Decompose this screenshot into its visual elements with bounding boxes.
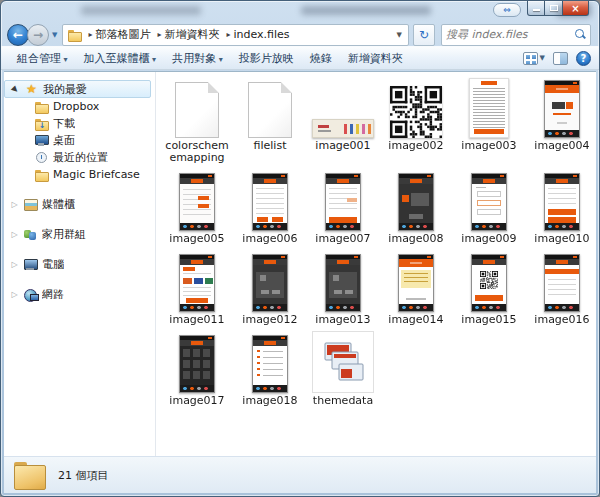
image-thumbnail [398,173,434,231]
desktop-icon [34,134,49,147]
close-button[interactable]: × [563,1,589,16]
file-item-themedata[interactable]: themedata [307,331,379,407]
breadcrumb-segment[interactable]: ▸部落格圖片 [85,26,152,43]
file-item-image008[interactable]: image008 [380,169,452,245]
downloads-folder-icon [34,117,49,130]
toolbar-right-group: ▼ ? [523,51,591,66]
homegroup-icon [23,228,38,241]
breadcrumb-separator-icon: ▸ [156,30,162,39]
toolbar-burn[interactable]: 燒錄 [302,48,340,69]
breadcrumb-label[interactable]: index.files [233,28,289,41]
maximize-button[interactable] [545,1,563,16]
expander-closed-icon[interactable]: ▷ [10,200,19,209]
forward-arrow-icon: → [33,28,43,42]
image-thumbnail [252,254,288,312]
change-view-button[interactable]: ▼ [523,52,545,65]
recent-pages-dropdown-icon[interactable]: ▼ [52,31,57,39]
main-area: ▶ ★ 我的最愛 Dropbox 下載 桌面 最近的位置 [4,71,596,456]
sidebar-item-dropbox[interactable]: Dropbox [4,98,155,115]
title-bar[interactable]: ⇔ × [1,1,599,23]
sidebar-item-libraries[interactable]: ▷ 媒體櫃 [4,196,155,213]
close-icon: × [571,3,579,14]
file-item-colorschememapping[interactable]: colorschememapping [161,76,233,164]
navigation-pane: ▶ ★ 我的最愛 Dropbox 下載 桌面 最近的位置 [4,72,156,456]
file-item-image013[interactable]: image013 [307,250,379,326]
minimize-button[interactable] [527,1,545,16]
views-icon [523,52,538,65]
file-item-image015[interactable]: image015 [453,250,525,326]
expander-closed-icon[interactable]: ▷ [10,290,19,299]
qr-code-thumbnail [390,86,442,138]
network-icon [23,288,38,301]
file-item-image003[interactable]: image003 [453,76,525,164]
file-item-image001[interactable]: image001 [307,76,379,164]
file-item-image005[interactable]: image005 [161,169,233,245]
image-thumbnail [544,254,580,312]
sidebar-item-recent-places[interactable]: 最近的位置 [4,149,155,166]
image-thumbnail [179,335,215,393]
minimize-icon [533,9,540,11]
expander-closed-icon[interactable]: ▷ [10,230,19,239]
glass-blur-decoration [81,6,201,15]
file-item-image012[interactable]: image012 [234,250,306,326]
cascading-windows-icon [322,342,364,382]
qr-code-mini [480,271,498,289]
favorites-star-icon: ★ [24,83,39,96]
theme-file-icon [312,331,374,393]
file-item-image011[interactable]: image011 [161,250,233,326]
file-item-filelist[interactable]: filelist [234,76,306,164]
file-item-image002[interactable]: image002 [380,76,452,164]
toolbar-share-with[interactable]: 共用對象 [164,48,231,69]
sidebar-item-magic-briefcase[interactable]: Magic Briefcase [4,166,155,183]
address-bar[interactable]: ▸部落格圖片 ▸新增資料夾 ▸index.files ▼ [62,24,409,46]
file-item-image006[interactable]: image006 [234,169,306,245]
file-item-image016[interactable]: image016 [526,250,596,326]
search-box[interactable]: 搜尋 index.files [441,24,591,46]
file-item-image018[interactable]: image018 [234,331,306,407]
preview-pane-button[interactable] [553,52,568,65]
views-dropdown-icon: ▼ [540,54,545,62]
navigation-bar: ← → ▼ ▸部落格圖片 ▸新增資料夾 ▸index.files ▼ ↻ 搜尋 … [1,23,599,46]
help-button[interactable]: ? [576,51,591,66]
image-thumbnail [544,173,580,231]
file-item-image007[interactable]: image007 [307,169,379,245]
toolbar-organize[interactable]: 組合管理 [9,48,76,69]
file-item-image010[interactable]: image010 [526,169,596,245]
sidebar-item-downloads[interactable]: 下載 [4,115,155,132]
image-thumbnail [398,254,434,312]
recent-places-icon [34,151,49,164]
file-item-image017[interactable]: image017 [161,331,233,407]
file-item-image009[interactable]: image009 [453,169,525,245]
address-dropdown-icon[interactable]: ▼ [395,31,404,39]
sidebar-item-desktop[interactable]: 桌面 [4,132,155,149]
computer-icon [23,258,38,271]
breadcrumb-label[interactable]: 新增資料夾 [164,27,219,42]
back-button[interactable]: ← [7,24,29,46]
breadcrumb-segment[interactable]: ▸index.files [223,27,291,42]
breadcrumb-label[interactable]: 部落格圖片 [95,27,150,42]
folder-icon [34,168,49,181]
sidebar-item-computer[interactable]: ▷ 電腦 [4,256,155,273]
breadcrumb-segment[interactable]: ▸新增資料夾 [154,26,221,43]
toolbar-new-folder[interactable]: 新增資料夾 [340,48,411,69]
file-item-image004[interactable]: image004 [526,76,596,164]
file-item-image014[interactable]: image014 [380,250,452,326]
sidebar-item-homegroup[interactable]: ▷ 家用群組 [4,226,155,243]
image-thumbnail [325,173,361,231]
file-grid: colorschememapping filelist image001 ima… [161,76,596,407]
expander-closed-icon[interactable]: ▷ [10,260,19,269]
search-placeholder: 搜尋 index.files [446,27,571,42]
refresh-button[interactable]: ↻ [413,24,435,46]
image-thumbnail [471,173,507,231]
sidebar-item-favorites[interactable]: ▶ ★ 我的最愛 [4,80,151,98]
file-list-pane: colorschememapping filelist image001 ima… [156,72,596,456]
image-thumbnail [471,254,507,312]
maximize-icon [550,5,558,11]
sidebar-item-network[interactable]: ▷ 網路 [4,286,155,303]
toolbar-slideshow[interactable]: 投影片放映 [231,48,302,69]
search-icon[interactable] [575,29,586,40]
forward-button[interactable]: → [27,24,49,46]
aero-switcher-button[interactable]: ⇔ [493,3,521,17]
expander-open-icon[interactable]: ▶ [9,83,22,96]
toolbar-include-in-library[interactable]: 加入至媒體櫃 [76,48,165,69]
